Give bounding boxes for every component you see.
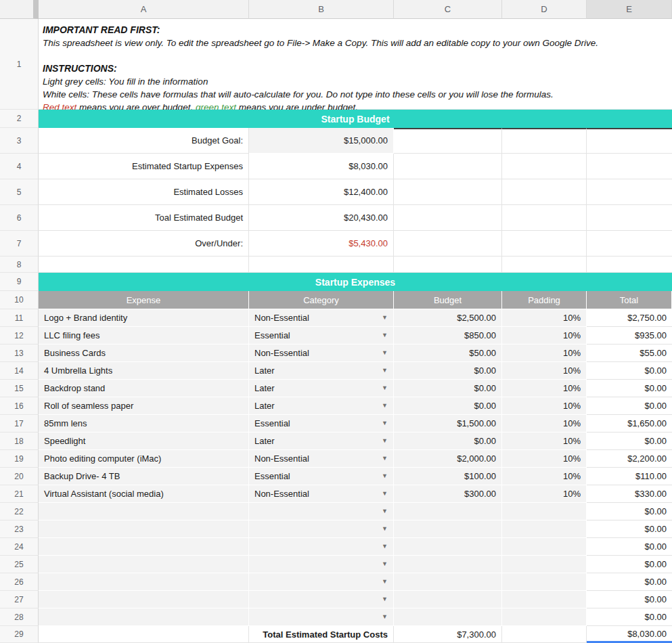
category-dropdown-icon[interactable]: ▼: [378, 544, 388, 550]
category-dropdown-icon[interactable]: ▼: [378, 332, 388, 338]
totals-budget-cell[interactable]: $7,300.00: [394, 626, 502, 643]
row-number[interactable]: 20: [0, 468, 39, 485]
expense-padding-cell[interactable]: [502, 573, 587, 591]
expense-padding-cell[interactable]: [502, 520, 587, 538]
expense-total-cell[interactable]: $55.00: [587, 345, 672, 362]
category-dropdown-icon[interactable]: ▼: [378, 526, 388, 532]
category-dropdown-icon[interactable]: ▼: [378, 350, 388, 356]
expense-name-cell[interactable]: 4 Umbrella Lights: [39, 362, 249, 380]
expense-padding-cell[interactable]: 10%: [502, 327, 587, 345]
budget-label-cell[interactable]: Over/Under:: [39, 231, 249, 257]
category-dropdown-icon[interactable]: ▼: [378, 473, 388, 479]
category-dropdown-icon[interactable]: ▼: [378, 456, 388, 462]
category-dropdown-icon[interactable]: ▼: [378, 508, 388, 514]
empty-cell[interactable]: [502, 231, 587, 257]
column-header-c[interactable]: C: [394, 0, 502, 19]
select-all-corner[interactable]: [0, 0, 39, 19]
expense-name-cell[interactable]: [39, 591, 249, 608]
row-number-29[interactable]: 29: [0, 626, 39, 643]
row-number[interactable]: 11: [0, 309, 39, 327]
expense-padding-cell[interactable]: 10%: [502, 450, 587, 468]
expense-budget-cell[interactable]: $0.00: [394, 380, 502, 397]
expense-name-cell[interactable]: [39, 520, 249, 538]
expense-total-cell[interactable]: $0.00: [587, 556, 672, 573]
category-dropdown-icon[interactable]: ▼: [378, 491, 388, 497]
column-header-b[interactable]: B: [249, 0, 394, 19]
category-dropdown-icon[interactable]: ▼: [378, 596, 388, 602]
expense-category-cell[interactable]: ▼: [249, 573, 394, 591]
expense-budget-cell[interactable]: [394, 520, 502, 538]
expense-budget-cell[interactable]: $2,000.00: [394, 450, 502, 468]
header-budget[interactable]: Budget: [394, 291, 502, 309]
row-number[interactable]: 19: [0, 450, 39, 468]
expense-category-cell[interactable]: ▼: [249, 503, 394, 520]
expense-name-cell[interactable]: Business Cards: [39, 345, 249, 362]
expense-category-cell[interactable]: ▼: [249, 538, 394, 556]
expense-total-cell[interactable]: $0.00: [587, 591, 672, 608]
empty-cell[interactable]: [502, 205, 587, 231]
expense-category-cell[interactable]: Later ▼: [249, 362, 394, 380]
expense-budget-cell[interactable]: $0.00: [394, 397, 502, 415]
category-dropdown-icon[interactable]: ▼: [378, 403, 388, 409]
expense-category-cell[interactable]: ▼: [249, 608, 394, 626]
budget-value-cell[interactable]: $5,430.00: [249, 231, 394, 257]
expense-name-cell[interactable]: [39, 538, 249, 556]
expense-budget-cell[interactable]: $50.00: [394, 345, 502, 362]
expense-name-cell[interactable]: Backup Drive- 4 TB: [39, 468, 249, 485]
expense-total-cell[interactable]: $0.00: [587, 380, 672, 397]
row-number[interactable]: 14: [0, 362, 39, 380]
empty-cell[interactable]: [394, 205, 502, 231]
header-expense[interactable]: Expense: [39, 291, 249, 309]
expense-budget-cell[interactable]: $100.00: [394, 468, 502, 485]
row-number[interactable]: 12: [0, 327, 39, 345]
expense-total-cell[interactable]: $0.00: [587, 573, 672, 591]
column-header-e[interactable]: E: [587, 0, 672, 19]
budget-label-cell[interactable]: Toal Estimated Budget: [39, 205, 249, 231]
expense-padding-cell[interactable]: 10%: [502, 468, 587, 485]
expense-budget-cell[interactable]: $0.00: [394, 433, 502, 450]
expense-total-cell[interactable]: $2,200.00: [587, 450, 672, 468]
row-number-8[interactable]: 8: [0, 257, 39, 273]
row-number[interactable]: 13: [0, 345, 39, 362]
expense-total-cell[interactable]: $2,750.00: [587, 309, 672, 327]
expense-category-cell[interactable]: Non-Essential ▼: [249, 309, 394, 327]
budget-value-cell[interactable]: $12,400.00: [249, 179, 394, 205]
category-dropdown-icon[interactable]: ▼: [378, 614, 388, 620]
expense-category-cell[interactable]: ▼: [249, 520, 394, 538]
expense-name-cell[interactable]: LLC filing fees: [39, 327, 249, 345]
expense-category-cell[interactable]: Non-Essential ▼: [249, 450, 394, 468]
expense-name-cell[interactable]: Logo + Brand identity: [39, 309, 249, 327]
expense-padding-cell[interactable]: 10%: [502, 362, 587, 380]
row-number[interactable]: 25: [0, 556, 39, 573]
expense-name-cell[interactable]: [39, 503, 249, 520]
empty-cell[interactable]: [502, 128, 587, 154]
category-dropdown-icon[interactable]: ▼: [378, 368, 388, 374]
row-number[interactable]: 4: [0, 154, 39, 179]
header-padding[interactable]: Padding: [502, 291, 587, 309]
budget-value-cell[interactable]: $15,000.00: [249, 128, 394, 154]
empty-cell[interactable]: [587, 154, 672, 179]
category-dropdown-icon[interactable]: ▼: [378, 438, 388, 444]
expense-name-cell[interactable]: Virtual Assistant (social media): [39, 485, 249, 503]
category-dropdown-icon[interactable]: ▼: [378, 420, 388, 426]
expense-category-cell[interactable]: Non-Essential ▼: [249, 345, 394, 362]
expense-padding-cell[interactable]: 10%: [502, 485, 587, 503]
expense-padding-cell[interactable]: [502, 556, 587, 573]
expense-category-cell[interactable]: ▼: [249, 556, 394, 573]
expense-category-cell[interactable]: Later ▼: [249, 397, 394, 415]
empty-cell[interactable]: [394, 231, 502, 257]
expense-budget-cell[interactable]: $0.00: [394, 362, 502, 380]
empty-cell[interactable]: [502, 154, 587, 179]
expense-total-cell[interactable]: $1,650.00: [587, 415, 672, 433]
column-header-d[interactable]: D: [502, 0, 587, 19]
row-number[interactable]: 16: [0, 397, 39, 415]
expense-budget-cell[interactable]: $1,500.00: [394, 415, 502, 433]
expenses-section-title[interactable]: Startup Expenses: [39, 273, 672, 291]
expense-total-cell[interactable]: $110.00: [587, 468, 672, 485]
empty-cell[interactable]: [394, 257, 502, 273]
empty-cell[interactable]: [249, 257, 394, 273]
expense-padding-cell[interactable]: 10%: [502, 345, 587, 362]
empty-cell[interactable]: [587, 179, 672, 205]
category-dropdown-icon[interactable]: ▼: [378, 315, 388, 321]
header-total[interactable]: Total: [587, 291, 672, 309]
